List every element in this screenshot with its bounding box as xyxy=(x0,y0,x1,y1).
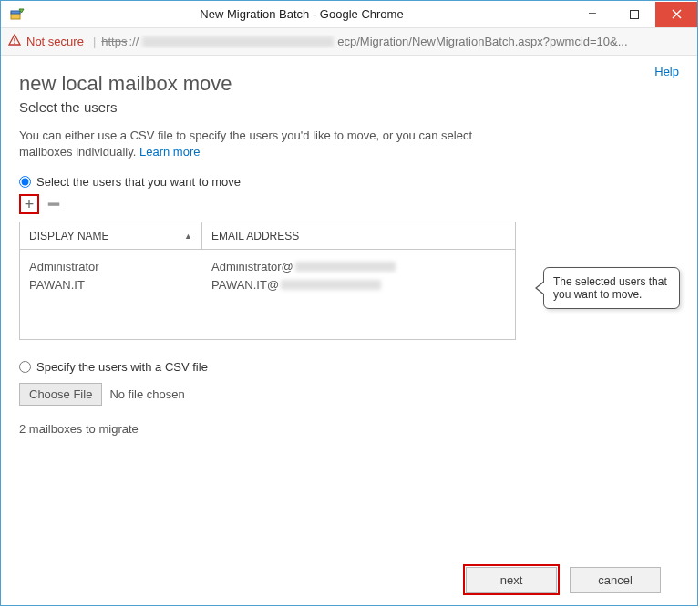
radio-select-users-label: Select the users that you want to move xyxy=(36,175,241,189)
table-row[interactable]: Administrator Administrator@ xyxy=(29,257,506,275)
chrome-popup-window: New Migration Batch - Google Chrome Not … xyxy=(0,0,698,606)
cell-display-name: PAWAN.IT xyxy=(29,278,211,292)
choose-file-button[interactable]: Choose File xyxy=(19,383,102,406)
not-secure-label: Not secure xyxy=(26,35,84,48)
callout-tooltip: The selected users that you want to move… xyxy=(543,267,680,309)
address-bar: Not secure | https:// ecp/Migration/NewM… xyxy=(1,28,697,56)
add-user-button[interactable]: + xyxy=(19,194,39,214)
url-scheme: https xyxy=(101,35,127,48)
radio-csv-label: Specify the users with a CSV file xyxy=(36,360,208,374)
cell-email: PAWAN.IT@ xyxy=(211,278,506,292)
users-table: DISPLAY NAME ▲ EMAIL ADDRESS Administrat… xyxy=(19,222,516,340)
app-icon xyxy=(8,5,26,24)
page-description: You can either use a CSV file to specify… xyxy=(19,128,502,160)
email-domain-redacted xyxy=(295,262,396,272)
plus-icon: + xyxy=(25,196,35,212)
email-prefix: Administrator@ xyxy=(211,260,293,273)
user-list-toolbar: + ━ xyxy=(19,194,679,214)
url-host-redacted xyxy=(142,36,334,47)
next-button[interactable]: next xyxy=(466,567,557,593)
col-email[interactable]: EMAIL ADDRESS xyxy=(202,222,515,249)
cell-display-name: Administrator xyxy=(29,260,211,273)
table-header: DISPLAY NAME ▲ EMAIL ADDRESS xyxy=(20,222,515,250)
desc-text: You can either use a CSV file to specify… xyxy=(19,129,472,159)
remove-user-button[interactable]: ━ xyxy=(48,195,59,213)
not-secure-icon xyxy=(8,34,21,49)
email-domain-redacted xyxy=(281,280,381,290)
svg-point-7 xyxy=(14,42,15,44)
url-display[interactable]: https:// ecp/Migration/NewMigrationBatch… xyxy=(101,35,690,48)
svg-rect-1 xyxy=(11,11,20,14)
email-prefix: PAWAN.IT@ xyxy=(211,278,279,292)
window-title: New Migration Batch - Google Chrome xyxy=(32,7,571,21)
table-row[interactable]: PAWAN.IT PAWAN.IT@ xyxy=(29,275,506,294)
sort-asc-icon: ▲ xyxy=(184,232,192,241)
cell-email: Administrator@ xyxy=(211,260,506,273)
addr-separator: | xyxy=(93,35,96,48)
cancel-button[interactable]: cancel xyxy=(570,567,661,593)
file-picker: Choose File No file chosen xyxy=(19,383,679,406)
file-status: No file chosen xyxy=(109,387,184,401)
svg-rect-2 xyxy=(631,10,639,18)
minimize-button[interactable] xyxy=(571,2,613,27)
learn-more-link[interactable]: Learn more xyxy=(139,145,200,159)
col-display-name[interactable]: DISPLAY NAME ▲ xyxy=(20,222,202,249)
wizard-footer: next cancel xyxy=(19,554,679,605)
wizard-content: Help new local mailbox move Select the u… xyxy=(1,56,697,605)
table-body: Administrator Administrator@ PAWAN.IT PA… xyxy=(20,250,515,301)
migrate-summary: 2 mailboxes to migrate xyxy=(19,422,679,436)
window-controls xyxy=(571,2,697,27)
col-display-name-label: DISPLAY NAME xyxy=(29,230,109,242)
url-path: ecp/Migration/NewMigrationBatch.aspx?pwm… xyxy=(337,35,627,48)
window-titlebar: New Migration Batch - Google Chrome xyxy=(1,1,697,28)
page-subtitle: Select the users xyxy=(19,99,679,115)
radio-select-users-input[interactable] xyxy=(19,176,31,188)
radio-select-users[interactable]: Select the users that you want to move xyxy=(19,175,679,189)
close-button[interactable] xyxy=(655,2,697,27)
radio-csv[interactable]: Specify the users with a CSV file xyxy=(19,360,679,374)
page-title: new local mailbox move xyxy=(19,72,679,96)
maximize-button[interactable] xyxy=(613,2,655,27)
col-email-label: EMAIL ADDRESS xyxy=(211,230,299,242)
radio-csv-input[interactable] xyxy=(19,361,31,373)
help-link[interactable]: Help xyxy=(654,65,679,78)
